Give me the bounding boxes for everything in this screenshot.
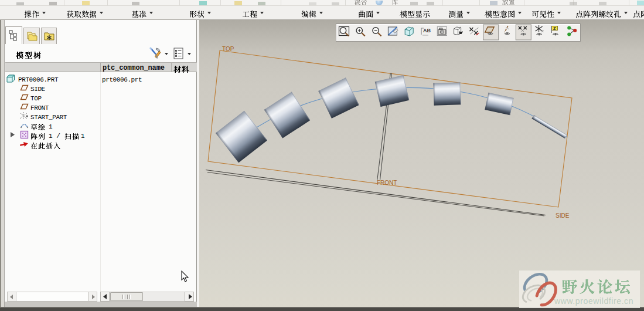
svg-text:SIDE: SIDE bbox=[556, 212, 570, 219]
svg-text:FRONT: FRONT bbox=[377, 180, 397, 186]
svg-text:AB: AB bbox=[423, 28, 431, 33]
svg-text:Z: Z bbox=[553, 26, 556, 31]
svg-text:TOP: TOP bbox=[222, 46, 234, 52]
